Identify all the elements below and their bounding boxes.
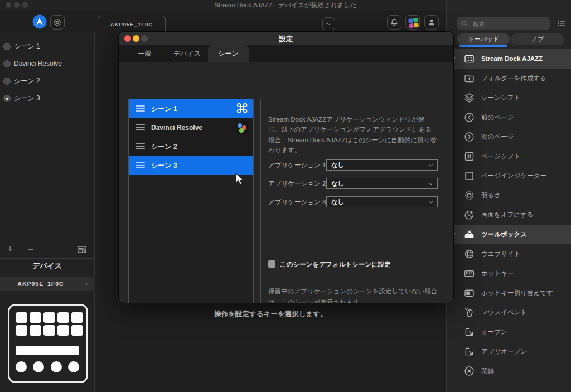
mouse-cursor-icon	[235, 173, 245, 186]
action-label: 前のページ	[481, 108, 514, 127]
action-row[interactable]: 画面をオフにする	[447, 205, 571, 225]
dialog-scene-row[interactable]: シーン 2	[129, 137, 253, 156]
settings-dialog: 設定 一般 デバイス シーン シーン 1 ⌘ Davinci Resolve	[119, 32, 453, 303]
application-label: アプリケーション 3:	[268, 196, 328, 208]
apps-colorful-icon[interactable]	[405, 15, 420, 30]
search-box[interactable]	[457, 17, 550, 30]
remove-scene-button[interactable]: −	[28, 241, 34, 258]
folder-plus-icon	[463, 72, 475, 84]
dialog-body: シーン 1 ⌘ Davinci Resolve シーン 2	[119, 62, 453, 303]
device-dropdown-button[interactable]	[322, 17, 335, 30]
brightness-icon	[463, 190, 475, 201]
action-row[interactable]: アプリオープン	[447, 342, 571, 361]
scene-item[interactable]: Davinci Resolve	[0, 55, 94, 72]
scene-item[interactable]: シーン 1	[0, 38, 94, 55]
action-row[interactable]: ホットキー切り替えです	[447, 283, 571, 303]
radio-icon[interactable]	[3, 43, 11, 50]
device-panel-title: デバイス	[0, 261, 94, 271]
application-row: アプリケーション 2: なし	[261, 178, 444, 196]
dialog-scene-row[interactable]: シーン 1 ⌘	[129, 99, 253, 118]
scene-toolbar: + −	[0, 241, 94, 259]
application-label: アプリケーション 1:	[268, 159, 328, 171]
list-menu-icon[interactable]	[557, 18, 567, 28]
bell-icon[interactable]	[387, 15, 401, 30]
default-scene-checkbox[interactable]	[268, 260, 275, 268]
dialog-tabbar: 一般 デバイス シーン	[119, 45, 453, 62]
action-row[interactable]: シーンシフト	[447, 88, 571, 108]
radio-icon[interactable]	[3, 78, 11, 85]
dialog-scene-label: Davinci Resolve	[151, 118, 202, 137]
davinci-icon	[235, 121, 249, 134]
dialog-title: 設定	[119, 35, 453, 44]
action-row[interactable]: ツールボックス	[447, 225, 571, 244]
drag-handle-icon[interactable]	[136, 124, 145, 131]
action-row[interactable]: ページインジケーター	[447, 166, 571, 186]
key-select-hint: 操作を設定するキーを選択します。	[95, 309, 446, 319]
app-logo-icon[interactable]	[32, 14, 47, 29]
device-tab[interactable]: AKP05E_1F0C	[98, 16, 166, 33]
scene-item-label: シーン 3	[14, 94, 40, 102]
action-row[interactable]: マウスイベント	[447, 303, 571, 322]
application-select[interactable]: なし	[326, 178, 438, 189]
dialog-scene-label: シーン 2	[151, 137, 177, 156]
action-label: マウスイベント	[481, 303, 527, 322]
drag-handle-icon[interactable]	[136, 143, 145, 150]
radio-icon[interactable]	[3, 60, 11, 67]
scene-manager-icon[interactable]	[76, 244, 88, 255]
dialog-scene-label: シーン 1	[151, 99, 177, 118]
device-select[interactable]: AKP05E_1F0C	[0, 277, 95, 291]
chevron-down-icon	[427, 180, 434, 187]
toolbox-icon	[463, 229, 475, 240]
scene-item[interactable]: シーン 3	[0, 90, 94, 107]
dialog-scene-list: シーン 1 ⌘ Davinci Resolve シーン 2	[128, 99, 254, 303]
radio-icon[interactable]	[3, 95, 11, 102]
action-sidebar: キーパッド ノブ Stream Dock AJAZZ フォルダーを作成する シー…	[446, 0, 571, 392]
keyboard-icon	[463, 268, 475, 279]
action-row[interactable]: フォルダーを作成する	[447, 69, 571, 88]
action-row[interactable]: ウエブサイト	[447, 244, 571, 264]
tab-device[interactable]: デバイス	[166, 45, 208, 62]
drag-handle-icon[interactable]	[136, 105, 145, 112]
hotkey-switch-icon	[463, 287, 475, 299]
application-select[interactable]: なし	[326, 159, 438, 171]
action-label: ページシフト	[481, 147, 520, 166]
person-icon[interactable]	[424, 15, 439, 30]
action-row[interactable]: ページシフト	[447, 147, 571, 166]
action-label: 明るさ	[481, 186, 501, 205]
drag-handle-icon[interactable]	[136, 162, 145, 169]
action-label: ホットキー	[481, 264, 514, 283]
action-row[interactable]: Stream Dock AJAZZ	[447, 49, 571, 69]
scene-sidebar: シーン 1 Davinci Resolve シーン 2 シーン 3 + − デバ…	[0, 32, 95, 392]
dialog-scene-row[interactable]: シーン 3	[129, 156, 253, 175]
dialog-scene-row[interactable]: Davinci Resolve	[129, 118, 253, 137]
tab-keypad[interactable]: キーパッド	[457, 33, 510, 45]
action-row[interactable]: オープン	[447, 322, 571, 342]
open-icon	[463, 326, 475, 338]
application-selects: アプリケーション 1: なし アプリケーション 2: なし	[261, 159, 444, 215]
search-input[interactable]	[472, 17, 546, 31]
application-row: アプリケーション 1: なし	[261, 159, 444, 178]
action-row[interactable]: 前のページ	[447, 108, 571, 127]
chevron-down-icon	[83, 280, 90, 288]
action-label: ページインジケーター	[481, 166, 546, 186]
add-scene-button[interactable]: +	[7, 241, 13, 258]
action-row[interactable]: 閉鎖	[447, 361, 571, 381]
scene-item[interactable]: シーン 2	[0, 72, 94, 90]
tab-general[interactable]: 一般	[123, 45, 166, 62]
dialog-detail-panel: Stream Dock AJAZZアプリケーションウィンドウが閉じ、以下のアプリ…	[260, 99, 444, 303]
application-select-value: なし	[331, 178, 345, 188]
action-label: フォルダーを作成する	[481, 69, 546, 88]
scene-list: シーン 1 Davinci Resolve シーン 2 シーン 3	[0, 38, 94, 107]
application-select[interactable]: なし	[326, 196, 438, 207]
device-illustration	[8, 304, 88, 383]
action-row[interactable]: 次のページ	[447, 127, 571, 147]
tab-knob[interactable]: ノブ	[511, 33, 564, 45]
action-row[interactable]: 明るさ	[447, 186, 571, 205]
app-open-icon	[463, 346, 475, 357]
tab-scene[interactable]: シーン	[208, 45, 249, 62]
action-row[interactable]: ホットキー	[447, 264, 571, 283]
gear-icon[interactable]	[50, 15, 65, 30]
device-keys	[16, 312, 83, 336]
application-select-value: なし	[331, 197, 345, 207]
action-label: 次のページ	[481, 127, 514, 147]
